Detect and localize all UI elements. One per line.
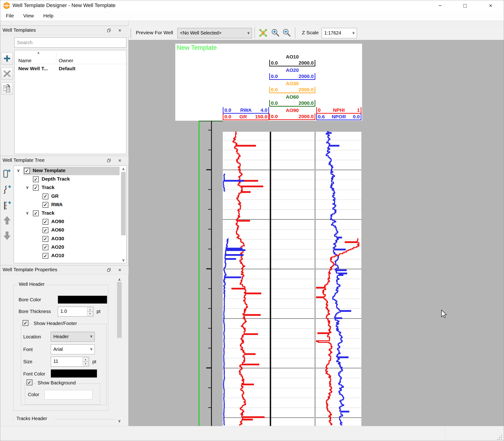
scale-max: 2000.0 bbox=[299, 87, 314, 93]
tree-checkbox[interactable]: ✓ bbox=[43, 253, 49, 259]
close-dock-icon[interactable]: × bbox=[116, 158, 123, 164]
tree-checkbox[interactable]: ✓ bbox=[43, 227, 49, 233]
status-bar bbox=[0, 426, 504, 441]
tree-checkbox[interactable]: ✓ bbox=[33, 210, 39, 216]
spin-up-icon[interactable]: ▲ bbox=[87, 307, 93, 312]
arrow-up-icon bbox=[2, 215, 12, 225]
zoom-in-button[interactable] bbox=[270, 28, 281, 38]
tree-item-rwa[interactable]: ✓RWA bbox=[14, 201, 121, 209]
location-select[interactable]: Header ∨ bbox=[51, 332, 95, 342]
spin-up-icon[interactable]: ▲ bbox=[83, 357, 88, 362]
curve-scale-ao20: 0.02000.0 bbox=[269, 73, 315, 80]
tree-checkbox[interactable]: ✓ bbox=[43, 219, 49, 225]
scrollbar-thumb[interactable] bbox=[117, 282, 122, 338]
well-selector-value: <No Well Selected> bbox=[180, 30, 221, 36]
add-curve-icon bbox=[2, 184, 12, 195]
column-divider bbox=[56, 52, 56, 63]
tree-item-label: AO30 bbox=[51, 236, 64, 241]
scale-min: 0.0 bbox=[224, 114, 231, 120]
move-down-button[interactable] bbox=[1, 229, 13, 242]
tree-item-ao90[interactable]: ✓AO90 bbox=[14, 218, 121, 226]
float-dock-icon[interactable] bbox=[105, 158, 113, 164]
tree-checkbox[interactable]: ✓ bbox=[43, 193, 49, 199]
sort-ascending-icon[interactable]: ∧ bbox=[37, 51, 40, 55]
delete-template-button[interactable] bbox=[1, 67, 13, 79]
bore-thickness-stepper[interactable]: 1.0 ▲▼ bbox=[58, 307, 94, 316]
group-border bbox=[55, 419, 115, 419]
add-track-button[interactable] bbox=[1, 167, 13, 180]
tree-checkbox[interactable]: ✓ bbox=[43, 244, 49, 250]
show-header-footer-checkbox[interactable]: ✓ bbox=[23, 320, 28, 326]
menu-view[interactable]: View bbox=[20, 12, 37, 19]
tree-expander-icon[interactable]: ∨ bbox=[17, 168, 20, 173]
size-value[interactable]: 11 bbox=[53, 359, 58, 364]
scroll-down-icon[interactable]: ∨ bbox=[121, 257, 126, 263]
tree-item-ao60[interactable]: ✓AO60 bbox=[14, 226, 121, 235]
tree-checkbox[interactable]: ✓ bbox=[33, 176, 39, 182]
tree-item-ao10[interactable]: ✓AO10 bbox=[14, 252, 121, 260]
tree-item-ao30[interactable]: ✓AO30 bbox=[14, 235, 121, 243]
font-color-swatch[interactable] bbox=[51, 369, 97, 378]
column-header-owner[interactable]: Owner bbox=[59, 58, 73, 63]
column-header-name[interactable]: Name bbox=[18, 58, 32, 63]
close-button[interactable]: × bbox=[483, 0, 498, 11]
bore-thickness-value[interactable]: 1.0 bbox=[60, 309, 67, 314]
tree-item-gr[interactable]: ✓GR bbox=[14, 192, 121, 201]
tracks-header-group-label: Tracks Header bbox=[15, 416, 49, 421]
template-row-name[interactable]: New Well T... bbox=[18, 66, 48, 71]
tree-expander-icon[interactable]: ∨ bbox=[26, 185, 29, 190]
font-select[interactable]: Arial ∨ bbox=[51, 345, 95, 354]
float-dock-icon[interactable] bbox=[105, 28, 113, 33]
scale-min: 0.0 bbox=[271, 100, 278, 106]
z-scale-select[interactable]: 1:17624 ∨ bbox=[322, 28, 357, 38]
tree-expander-icon[interactable]: ∨ bbox=[26, 211, 29, 216]
template-preview[interactable]: New Template 0.0RWA4.00.0GR150.0AO100.02… bbox=[129, 40, 504, 426]
scroll-down-icon[interactable]: ∨ bbox=[116, 418, 122, 423]
properties-dock-header: Well Template Properties × bbox=[0, 265, 129, 274]
background-color-swatch[interactable] bbox=[44, 390, 92, 399]
copy-template-button[interactable] bbox=[1, 82, 13, 95]
spin-down-icon[interactable]: ▼ bbox=[83, 362, 88, 366]
tree-checkbox[interactable]: ✓ bbox=[24, 168, 30, 174]
spin-down-icon[interactable]: ▼ bbox=[87, 312, 93, 316]
tree-item-depth-track[interactable]: ✓Depth Track bbox=[14, 175, 121, 184]
add-template-button[interactable] bbox=[1, 52, 13, 64]
move-up-button[interactable] bbox=[1, 214, 13, 226]
scroll-up-icon[interactable]: ∧ bbox=[116, 277, 122, 282]
search-input[interactable] bbox=[14, 37, 126, 48]
scale-min: 0.0 bbox=[224, 107, 231, 113]
bore-color-swatch[interactable] bbox=[58, 296, 107, 304]
templates-list[interactable]: ∧ Name Owner New Well T... Default bbox=[14, 50, 126, 154]
minimize-button[interactable]: − bbox=[433, 0, 448, 11]
chevron-down-icon: ∨ bbox=[90, 334, 93, 338]
tree-item-new-template[interactable]: ∨✓New Template bbox=[14, 167, 121, 175]
toolbar-drag-handle[interactable] bbox=[130, 28, 132, 38]
add-curve-button[interactable] bbox=[1, 183, 13, 196]
scale-max: 4.0 bbox=[260, 107, 267, 113]
scroll-up-icon[interactable]: ∧ bbox=[121, 166, 126, 172]
scale-max: 1 bbox=[357, 107, 360, 113]
tree-item-ao20[interactable]: ✓AO20 bbox=[14, 243, 121, 252]
tree-checkbox[interactable]: ✓ bbox=[33, 185, 39, 191]
curve-scale-gr: 0.0GR150.0 bbox=[223, 114, 269, 120]
close-dock-icon[interactable]: × bbox=[116, 28, 123, 33]
template-row-owner[interactable]: Default bbox=[59, 66, 75, 71]
tree-checkbox[interactable]: ✓ bbox=[43, 236, 49, 242]
menu-file[interactable]: File bbox=[2, 12, 17, 19]
float-dock-icon[interactable] bbox=[105, 267, 113, 273]
tree-item-track[interactable]: ∨✓Track bbox=[14, 209, 121, 218]
resize-grip[interactable] bbox=[496, 434, 502, 440]
menu-help[interactable]: Help bbox=[40, 12, 57, 19]
template-tree: ∧ ∨ ∨✓New Template✓Depth Track∨✓Track✓GR… bbox=[14, 166, 127, 263]
well-selector[interactable]: <No Well Selected> ∨ bbox=[178, 28, 252, 38]
show-background-checkbox[interactable]: ✓ bbox=[27, 379, 33, 385]
tree-checkbox[interactable]: ✓ bbox=[43, 202, 49, 208]
fit-to-window-button[interactable] bbox=[258, 28, 269, 38]
scrollbar-thumb[interactable] bbox=[121, 172, 126, 235]
close-dock-icon[interactable]: × bbox=[116, 267, 123, 273]
tree-item-track[interactable]: ∨✓Track bbox=[14, 184, 121, 192]
add-depth-track-button[interactable] bbox=[1, 199, 13, 212]
zoom-out-button[interactable] bbox=[281, 28, 292, 38]
maximize-button[interactable]: □ bbox=[457, 0, 472, 11]
size-stepper[interactable]: 11 ▲▼ bbox=[51, 357, 89, 367]
